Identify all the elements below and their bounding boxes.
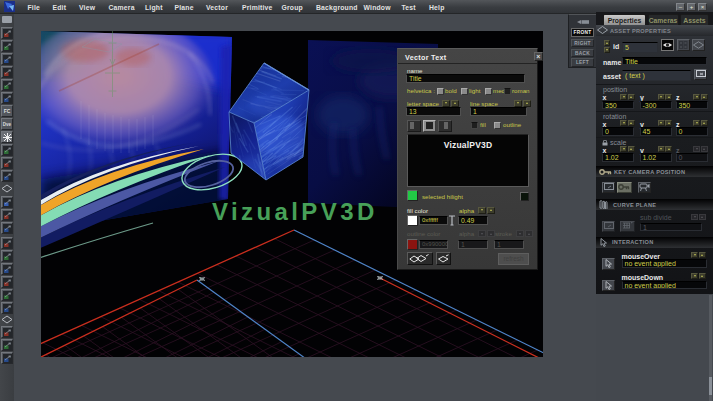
svg-text:VizualPV3D: VizualPV3D — [212, 198, 378, 225]
